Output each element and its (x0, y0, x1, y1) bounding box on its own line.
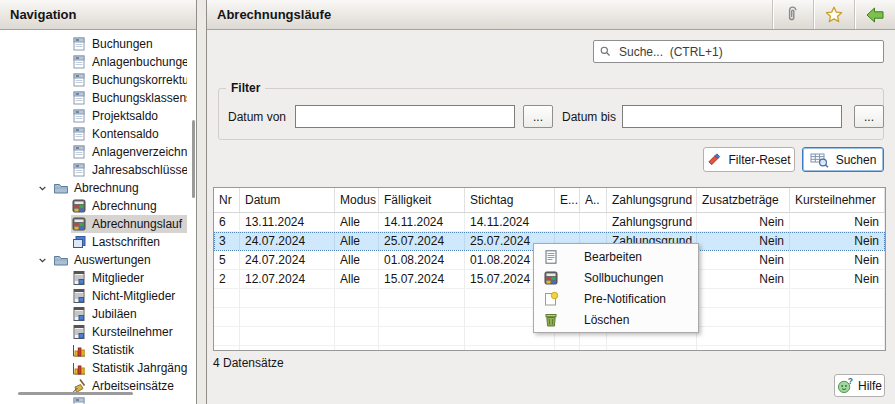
cell-kursteilnehmer: Nein (790, 213, 885, 231)
help-smiley-icon (837, 377, 854, 394)
menu-item-label: Löschen (584, 313, 629, 327)
filter-reset-label: Filter-Reset (728, 153, 790, 167)
navigation-tree: Buchungen Anlagenbuchunge Buchungskorrek… (0, 30, 196, 404)
sidebar-item-anlagenverzeichnis[interactable]: Anlagenverzeichn (0, 143, 196, 161)
sidebar-item-label: Statistik Jahrgänge (92, 361, 187, 375)
chevron-down-icon[interactable] (36, 182, 49, 195)
search-input[interactable] (593, 40, 884, 63)
menu-item-loeschen[interactable]: Löschen (534, 309, 698, 330)
panel-splitter[interactable] (196, 0, 207, 404)
sidebar-item-nicht-mitglieder[interactable]: Nicht-Mitglieder (0, 287, 196, 305)
sidebar-item-mitglieder[interactable]: Mitglieder (0, 269, 196, 287)
column-header-stichtag[interactable]: Stichtag (465, 188, 555, 212)
table-row-empty (214, 346, 885, 351)
cell-kursteilnehmer: Nein (790, 270, 885, 288)
date-to-field[interactable] (622, 105, 842, 128)
header-toolbar (772, 0, 895, 29)
column-header-faelligkeit[interactable]: Fälligkeit (379, 188, 465, 212)
cell-zusatzbetraege: Nein (697, 251, 790, 269)
report-icon (71, 270, 87, 286)
sidebar-item-label: Arbeitseinsätze (92, 379, 174, 393)
report-icon (71, 324, 87, 340)
back-button[interactable] (854, 0, 895, 29)
table-row[interactable]: 6 13.11.2024 Alle 14.11.2024 14.11.2024 … (214, 213, 885, 232)
filter-title: Filter (226, 81, 265, 95)
column-header-nr[interactable]: Nr (214, 188, 240, 212)
cell-faelligkeit: 25.07.2024 (379, 232, 465, 250)
debit-bookings-icon (543, 270, 559, 286)
cell-faelligkeit: 01.08.2024 (379, 251, 465, 269)
column-header-zahlungsgrund[interactable]: Zahlungsgrund (607, 188, 697, 212)
edit-document-icon (543, 249, 559, 265)
menu-item-sollbuchungen[interactable]: Sollbuchungen (534, 267, 698, 288)
column-header-modus[interactable]: Modus (335, 188, 379, 212)
sidebar-item-partial[interactable] (0, 395, 196, 404)
menu-item-bearbeiten[interactable]: Bearbeiten (534, 246, 698, 267)
help-button[interactable]: Hilfe (834, 374, 885, 397)
cell-e (555, 213, 580, 231)
column-header-a[interactable]: A.. (580, 188, 607, 212)
cell-kursteilnehmer: Nein (790, 232, 885, 250)
sidebar-folder-auswertungen[interactable]: Auswertungen (0, 251, 196, 269)
sidebar-item-label: Lastschriften (92, 235, 160, 249)
sidebar-item-label: Buchungen (92, 37, 153, 51)
navigation-panel: Navigation Buchungen Anlagenbuchunge Buc… (0, 0, 196, 404)
cell-zusatzbetraege: Nein (697, 270, 790, 288)
document-icon (71, 36, 87, 52)
cell-a (580, 213, 607, 231)
page-title: Abrechnungsläufe (217, 7, 331, 22)
filter-reset-button[interactable]: Filter-Reset (703, 147, 795, 172)
cell-faelligkeit: 15.07.2024 (379, 270, 465, 288)
navigation-header: Navigation (0, 0, 196, 30)
sidebar-item-projektsaldo[interactable]: Projektsaldo (0, 107, 196, 125)
sidebar-item-kontensaldo[interactable]: Kontensaldo (0, 125, 196, 143)
main-header: Abrechnungsläufe (207, 0, 895, 30)
column-header-kursteilnehmer[interactable]: Kursteilnehmer (790, 188, 885, 212)
sidebar-item-label: Anlagenbuchunge (92, 55, 187, 69)
document-icon (71, 108, 87, 124)
sidebar-item-abrechnung[interactable]: Abrechnung (0, 197, 196, 215)
cell-datum: 13.11.2024 (240, 213, 335, 231)
table-search-icon (810, 152, 830, 168)
cell-zusatzbetraege: Nein (697, 232, 790, 250)
sidebar-item-label: Statistik (92, 343, 134, 357)
date-from-label: Datum von (228, 110, 286, 124)
sidebar-item-label: Abrechnungslauf (92, 217, 182, 231)
date-to-label: Datum bis (562, 110, 616, 124)
sidebar-item-jubilaeen[interactable]: Jubiläen (0, 305, 196, 323)
sidebar-item-buchungskorrektur[interactable]: Buchungskorrektu (0, 71, 196, 89)
sidebar-item-abrechnungslauf[interactable]: Abrechnungslauf (0, 215, 196, 233)
sidebar-item-label: Auswertungen (74, 253, 151, 267)
sidebar-item-statistik[interactable]: Statistik (0, 341, 196, 359)
search-button[interactable]: Suchen (802, 147, 884, 172)
sidebar-item-buchungsklassen[interactable]: Buchungsklassens (0, 89, 196, 107)
sidebar-item-jahresabschluesse[interactable]: Jahresabschlüsse (0, 161, 196, 179)
date-from-field[interactable] (295, 105, 515, 128)
sidebar-item-statistik-jahrgaenge[interactable]: Statistik Jahrgänge (0, 359, 196, 377)
menu-item-label: Bearbeiten (584, 250, 642, 264)
cell-modus: Alle (335, 232, 379, 250)
column-header-e[interactable]: E... (555, 188, 580, 212)
column-header-zusatzbetraege[interactable]: Zusatzbeträge (697, 188, 790, 212)
cell-datum: 24.07.2024 (240, 251, 335, 269)
menu-item-pre-notification[interactable]: Pre-Notification (534, 288, 698, 309)
sidebar-item-buchungen[interactable]: Buchungen (0, 35, 196, 53)
sidebar-item-kursteilnehmer[interactable]: Kursteilnehmer (0, 323, 196, 341)
sidebar-folder-abrechnung[interactable]: Abrechnung (0, 179, 196, 197)
nav-vertical-scrollbar-thumb[interactable] (192, 120, 195, 198)
chevron-down-icon[interactable] (36, 254, 49, 267)
favorite-button[interactable] (813, 0, 854, 29)
eraser-icon (707, 152, 722, 167)
application-window: Navigation Buchungen Anlagenbuchunge Buc… (0, 0, 895, 404)
column-header-datum[interactable]: Datum (240, 188, 335, 212)
sidebar-item-label: Jubiläen (92, 307, 137, 321)
nav-horizontal-scrollbar-thumb[interactable] (18, 392, 133, 395)
date-to-browse-button[interactable]: ... (854, 105, 884, 128)
sidebar-item-lastschriften[interactable]: Lastschriften (0, 233, 196, 251)
date-from-browse-button[interactable]: ... (523, 105, 553, 128)
document-icon (71, 90, 87, 106)
sidebar-item-label: Mitglieder (92, 271, 144, 285)
attachment-button[interactable] (772, 0, 813, 29)
sidebar-item-anlagenbuchungen[interactable]: Anlagenbuchunge (0, 53, 196, 71)
cell-zahlungsgrund: Zahlungsgrund (607, 213, 697, 231)
